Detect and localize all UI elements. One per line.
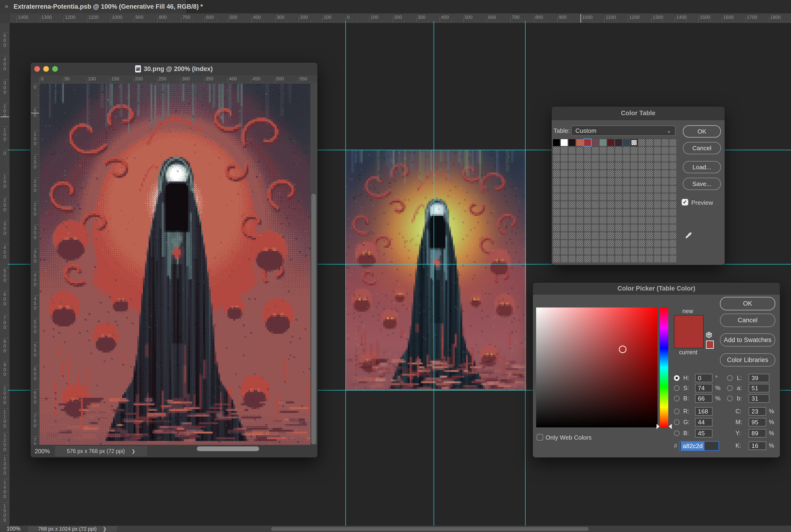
empty-swatch-cell[interactable]: [662, 163, 668, 169]
empty-swatch-cell[interactable]: [607, 163, 614, 169]
empty-swatch-cell[interactable]: [662, 232, 668, 239]
status-chevron-icon[interactable]: ❯: [103, 526, 107, 532]
empty-swatch-cell[interactable]: [553, 225, 560, 231]
empty-swatch-cell[interactable]: [576, 201, 583, 208]
cancel-button[interactable]: Cancel: [683, 142, 721, 154]
empty-swatch-cell[interactable]: [568, 248, 576, 254]
minimize-traffic-light[interactable]: [43, 66, 49, 72]
empty-swatch-cell[interactable]: [654, 240, 661, 247]
empty-swatch-cell[interactable]: [630, 178, 638, 185]
empty-swatch-cell[interactable]: [646, 147, 653, 154]
window-ruler-vertical[interactable]: 0501001502002503003504004505005506006507…: [31, 84, 40, 445]
empty-swatch-cell[interactable]: [584, 217, 591, 224]
hex-input[interactable]: a82c2d: [679, 441, 719, 451]
empty-swatch-cell[interactable]: [607, 201, 614, 208]
empty-swatch-cell[interactable]: [623, 225, 630, 231]
empty-swatch-cell[interactable]: [630, 209, 638, 216]
empty-swatch-cell[interactable]: [670, 248, 676, 254]
empty-swatch-cell[interactable]: [630, 186, 638, 192]
empty-swatch-cell[interactable]: [600, 178, 606, 185]
empty-swatch-cell[interactable]: [561, 248, 568, 254]
empty-swatch-cell[interactable]: [615, 225, 622, 231]
color-swatch[interactable]: [553, 139, 560, 146]
s-field[interactable]: 74: [695, 384, 713, 392]
m-field[interactable]: 95: [749, 418, 766, 426]
color-swatch[interactable]: [561, 139, 568, 146]
empty-swatch-cell[interactable]: [584, 248, 591, 254]
empty-swatch-cell[interactable]: [630, 225, 638, 231]
empty-swatch-cell[interactable]: [630, 170, 638, 177]
empty-swatch-cell[interactable]: [561, 240, 568, 247]
empty-swatch-cell[interactable]: [662, 240, 668, 247]
current-color-swatch[interactable]: [674, 332, 703, 348]
empty-swatch-cell[interactable]: [623, 186, 630, 192]
empty-swatch-cell[interactable]: [576, 232, 583, 239]
empty-swatch-cell[interactable]: [623, 155, 630, 162]
empty-swatch-cell[interactable]: [607, 147, 614, 154]
empty-swatch-cell[interactable]: [553, 255, 560, 262]
empty-swatch-cell[interactable]: [654, 209, 661, 216]
empty-swatch-cell[interactable]: [623, 163, 630, 169]
empty-swatch-cell[interactable]: [646, 178, 653, 185]
empty-swatch-cell[interactable]: [607, 217, 614, 224]
empty-swatch-cell[interactable]: [561, 209, 568, 216]
empty-swatch-cell[interactable]: [670, 232, 676, 239]
empty-swatch-cell[interactable]: [568, 186, 576, 192]
empty-swatch-cell[interactable]: [638, 232, 645, 239]
empty-swatch-cell[interactable]: [600, 255, 606, 262]
empty-swatch-cell[interactable]: [600, 193, 606, 200]
empty-swatch-cell[interactable]: [553, 193, 560, 200]
empty-swatch-cell[interactable]: [592, 209, 599, 216]
empty-swatch-cell[interactable]: [670, 217, 676, 224]
empty-swatch-cell[interactable]: [638, 201, 645, 208]
empty-swatch-cell[interactable]: [607, 170, 614, 177]
empty-swatch-cell[interactable]: [561, 155, 568, 162]
empty-swatch-cell[interactable]: [592, 201, 599, 208]
empty-swatch-cell[interactable]: [630, 217, 638, 224]
empty-swatch-cell[interactable]: [615, 255, 622, 262]
preview-checkbox[interactable]: ✓: [682, 199, 688, 206]
empty-swatch-cell[interactable]: [592, 163, 599, 169]
empty-swatch-cell[interactable]: [561, 186, 568, 192]
empty-swatch-cell[interactable]: [615, 240, 622, 247]
l-field[interactable]: 39: [749, 374, 769, 382]
empty-swatch-cell[interactable]: [670, 163, 676, 169]
empty-swatch-cell[interactable]: [654, 186, 661, 192]
empty-swatch-cell[interactable]: [623, 201, 630, 208]
empty-swatch-cell[interactable]: [638, 248, 645, 254]
empty-swatch-cell[interactable]: [600, 201, 606, 208]
empty-swatch-cell[interactable]: [607, 186, 614, 192]
empty-swatch-cell[interactable]: [654, 217, 661, 224]
empty-swatch-cell[interactable]: [615, 155, 622, 162]
empty-swatch-cell[interactable]: [615, 147, 622, 154]
empty-swatch-cell[interactable]: [607, 232, 614, 239]
h-field[interactable]: 0: [695, 374, 713, 382]
only-web-colors-checkbox[interactable]: [536, 434, 543, 440]
empty-swatch-cell[interactable]: [607, 255, 614, 262]
empty-swatch-cell[interactable]: [638, 170, 645, 177]
transparency-swatch[interactable]: [630, 139, 638, 146]
g-field[interactable]: 44: [695, 418, 713, 426]
empty-swatch-cell[interactable]: [654, 163, 661, 169]
closest-web-color-swatch[interactable]: [706, 340, 714, 349]
empty-swatch-cell[interactable]: [568, 147, 576, 154]
empty-swatch-cell[interactable]: [607, 193, 614, 200]
empty-swatch-cell[interactable]: [623, 178, 630, 185]
empty-swatch-cell[interactable]: [638, 209, 645, 216]
empty-swatch-cell[interactable]: [654, 248, 661, 254]
empty-swatch-cell[interactable]: [600, 147, 606, 154]
empty-swatch-cell[interactable]: [561, 255, 568, 262]
empty-swatch-cell[interactable]: [600, 209, 606, 216]
empty-swatch-cell[interactable]: [584, 240, 591, 247]
zoom-level[interactable]: 100%: [6, 526, 20, 532]
empty-swatch-cell[interactable]: [623, 217, 630, 224]
empty-swatch-cell[interactable]: [607, 225, 614, 231]
empty-swatch-cell[interactable]: [600, 170, 606, 177]
empty-swatch-cell[interactable]: [561, 193, 568, 200]
empty-swatch-cell[interactable]: [576, 217, 583, 224]
empty-swatch-cell[interactable]: [600, 240, 606, 247]
empty-swatch-cell[interactable]: [654, 193, 661, 200]
document-size-readout[interactable]: 768 px x 1024 px (72 ppi) ❯: [28, 526, 117, 532]
hue-slider-handle-left[interactable]: [657, 424, 660, 429]
empty-swatch-cell[interactable]: [646, 232, 653, 239]
